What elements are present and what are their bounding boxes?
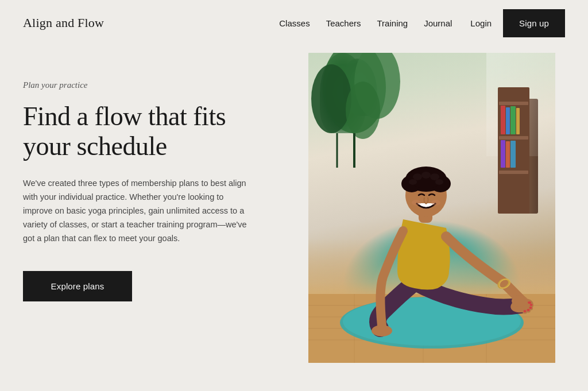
svg-point-39	[512, 295, 528, 307]
svg-point-3	[346, 82, 380, 139]
svg-point-35	[529, 307, 532, 309]
svg-rect-11	[506, 107, 510, 134]
svg-point-1	[311, 64, 351, 133]
svg-rect-13	[516, 108, 520, 134]
nav-link-classes[interactable]: Classes	[279, 18, 310, 28]
svg-point-33	[528, 301, 531, 304]
hero-left: Plan your practice Find a flow that fits…	[23, 46, 264, 301]
signup-button[interactable]: Sign up	[503, 9, 565, 37]
svg-point-36	[527, 309, 530, 311]
svg-rect-16	[510, 141, 516, 168]
yoga-photo	[308, 53, 555, 363]
header: Align and Flow Classes Teachers Training…	[0, 0, 588, 46]
hero-subtitle: Plan your practice	[23, 80, 264, 90]
hero-image	[299, 46, 565, 391]
nav-link-journal[interactable]: Journal	[424, 18, 452, 28]
svg-point-50	[435, 179, 443, 185]
svg-point-48	[430, 173, 439, 180]
login-link[interactable]: Login	[470, 18, 492, 28]
svg-point-51	[412, 200, 421, 206]
logo[interactable]: Align and Flow	[23, 16, 104, 30]
hero-headline: Find a flow that fits your schedule	[23, 102, 264, 161]
nav-links: Classes Teachers Training Journal	[279, 18, 452, 28]
svg-point-34	[530, 304, 533, 306]
main-content: Plan your practice Find a flow that fits…	[0, 46, 588, 391]
svg-rect-10	[501, 106, 505, 134]
svg-rect-12	[510, 106, 516, 134]
svg-point-52	[431, 200, 440, 206]
svg-rect-14	[501, 140, 505, 168]
hero-description: We've created three types of membership …	[23, 177, 247, 246]
nav-link-training[interactable]: Training	[377, 18, 408, 28]
svg-rect-9	[499, 171, 528, 174]
svg-point-46	[413, 173, 422, 180]
yoga-person-svg	[308, 53, 555, 363]
svg-rect-7	[499, 102, 528, 105]
svg-point-37	[524, 310, 527, 312]
explore-plans-button[interactable]: Explore plans	[23, 271, 132, 301]
svg-rect-15	[506, 141, 510, 168]
svg-rect-8	[499, 136, 528, 140]
svg-point-49	[409, 179, 417, 185]
nav: Classes Teachers Training Journal Login …	[279, 9, 565, 37]
svg-point-47	[421, 172, 431, 179]
nav-link-teachers[interactable]: Teachers	[326, 18, 361, 28]
